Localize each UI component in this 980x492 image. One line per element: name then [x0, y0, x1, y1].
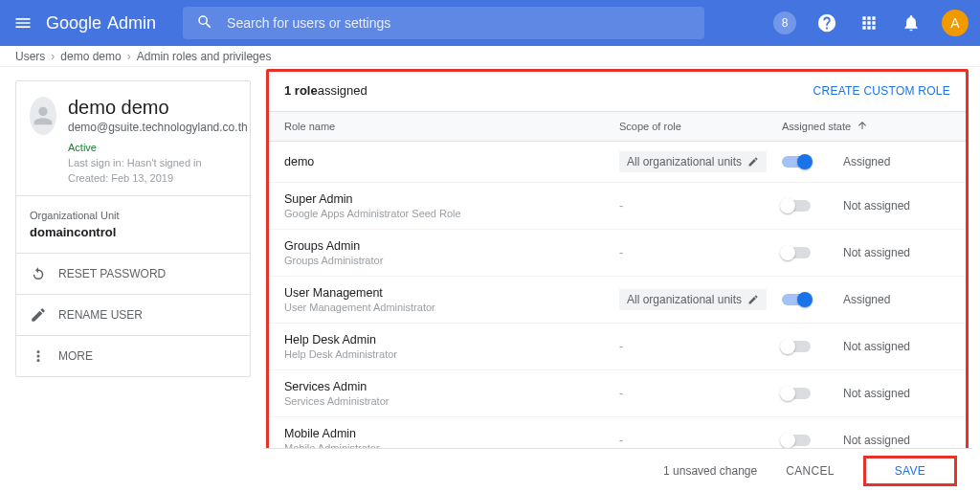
assign-toggle[interactable]: [782, 388, 811, 399]
more-label: MORE: [58, 349, 93, 363]
save-button[interactable]: SAVE: [883, 455, 937, 487]
user-name: demo demo: [68, 97, 248, 119]
roles-panel: 1 role assigned CREATE CUSTOM ROLE Role …: [266, 69, 969, 492]
role-subtitle: Help Desk Administrator: [284, 348, 619, 360]
scope-empty: -: [619, 387, 623, 400]
role-name: User Management: [284, 286, 619, 300]
sort-up-icon: [857, 120, 868, 133]
col-state-label: Assigned state: [782, 121, 851, 132]
user-status: Active: [68, 142, 248, 153]
roles-count: 1 role: [284, 83, 318, 98]
assign-toggle[interactable]: [782, 294, 811, 305]
assign-toggle[interactable]: [782, 200, 811, 212]
role-name: Mobile Admin: [284, 427, 619, 440]
crumb-user[interactable]: demo demo: [60, 50, 121, 63]
role-name: demo: [284, 155, 619, 168]
crumb-users[interactable]: Users: [15, 50, 45, 63]
user-email: demo@gsuite.technologyland.co.th: [68, 121, 248, 134]
assign-state-label: Assigned: [843, 155, 890, 168]
assign-toggle[interactable]: [782, 341, 811, 352]
scope-empty: -: [619, 246, 623, 259]
role-name: Groups Admin: [284, 239, 619, 253]
table-row: Super AdminGoogle Apps Administrator See…: [267, 183, 968, 230]
user-card: demo demo demo@gsuite.technologyland.co.…: [15, 80, 251, 377]
table-row: User ManagementUser Management Administr…: [267, 277, 968, 324]
sidebar: demo demo demo@gsuite.technologyland.co.…: [0, 67, 253, 492]
app-bar-actions: 8 A: [773, 10, 969, 36]
rename-user-label: RENAME USER: [58, 308, 143, 322]
scope-empty: -: [619, 340, 623, 353]
search-bar[interactable]: [183, 7, 704, 39]
col-scope[interactable]: Scope of role: [619, 121, 782, 132]
bell-icon[interactable]: [900, 11, 923, 34]
assign-state-label: Not assigned: [843, 340, 910, 353]
role-subtitle: Groups Administrator: [284, 255, 619, 266]
user-avatar-icon: [30, 97, 56, 135]
user-last-signin: Last sign in: Hasn't signed in: [68, 157, 248, 168]
logo-admin: Admin: [107, 13, 156, 34]
assign-toggle[interactable]: [782, 247, 811, 258]
role-subtitle: Google Apps Administrator Seed Role: [284, 208, 619, 219]
reset-password-button[interactable]: RESET PASSWORD: [16, 253, 250, 294]
help-icon[interactable]: [815, 11, 838, 34]
assign-state-label: Not assigned: [843, 387, 910, 400]
unsaved-label: 1 unsaved change: [663, 464, 757, 478]
cancel-button[interactable]: CANCEL: [774, 455, 845, 487]
role-subtitle: Services Administrator: [284, 395, 619, 407]
search-input[interactable]: [227, 15, 691, 31]
scope-chip[interactable]: All organizational units: [619, 289, 767, 310]
roles-table-header: Role name Scope of role Assigned state: [267, 111, 968, 142]
table-row: Services AdminServices Administrator-Not…: [267, 370, 968, 417]
crumb-current: Admin roles and privileges: [137, 50, 272, 63]
user-created: Created: Feb 13, 2019: [68, 172, 248, 184]
ou-label: Organizational Unit: [30, 210, 236, 221]
logo-google: Google: [46, 13, 101, 34]
assign-toggle[interactable]: [782, 156, 811, 168]
roles-count-suffix: assigned: [318, 83, 368, 98]
table-row: demoAll organizational unitsAssigned: [267, 142, 968, 183]
role-name: Services Admin: [284, 380, 619, 393]
footer-bar: 1 unsaved change CANCEL SAVE: [264, 448, 972, 492]
ou-value: domaincontrol: [30, 225, 236, 239]
chevron-right-icon: ›: [51, 50, 55, 63]
col-role-name[interactable]: Role name: [284, 121, 619, 132]
assign-toggle[interactable]: [782, 435, 811, 446]
hamburger-icon[interactable]: [11, 11, 34, 34]
more-button[interactable]: MORE: [16, 335, 250, 376]
account-avatar[interactable]: A: [942, 10, 969, 36]
assign-state-label: Not assigned: [843, 246, 910, 259]
table-row: Help Desk AdminHelp Desk Administrator-N…: [267, 324, 968, 370]
create-custom-role-button[interactable]: CREATE CUSTOM ROLE: [813, 84, 950, 98]
pencil-icon: [747, 156, 759, 168]
role-name: Help Desk Admin: [284, 333, 619, 347]
scope-empty: -: [619, 199, 623, 212]
app-bar: Google Admin 8 A: [0, 0, 980, 46]
notifications-badge[interactable]: 8: [773, 11, 796, 34]
role-name: Super Admin: [284, 192, 619, 206]
assign-state-label: Not assigned: [843, 199, 910, 212]
table-row: Groups AdminGroups Administrator-Not ass…: [267, 230, 968, 277]
reset-password-label: RESET PASSWORD: [58, 267, 166, 280]
search-icon: [196, 13, 213, 34]
breadcrumb: Users › demo demo › Admin roles and priv…: [0, 46, 980, 67]
scope-empty: -: [619, 434, 623, 447]
assign-state-label: Assigned: [843, 293, 890, 306]
pencil-icon: [747, 294, 759, 305]
chevron-right-icon: ›: [127, 50, 131, 63]
role-subtitle: User Management Administrator: [284, 302, 619, 313]
rename-user-button[interactable]: RENAME USER: [16, 294, 250, 335]
col-state[interactable]: Assigned state: [782, 120, 950, 133]
scope-chip[interactable]: All organizational units: [619, 151, 767, 172]
assign-state-label: Not assigned: [843, 434, 910, 447]
logo: Google Admin: [46, 13, 156, 34]
apps-icon[interactable]: [858, 11, 880, 34]
